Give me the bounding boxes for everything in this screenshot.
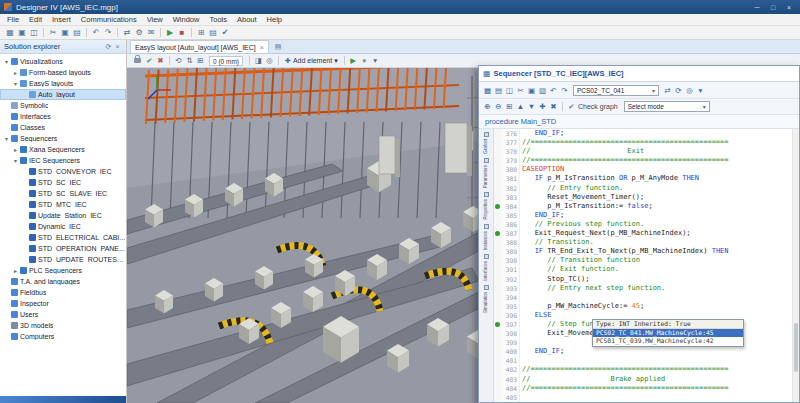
close-button[interactable]: × <box>782 2 796 13</box>
tree-item-std-conveyor-iec[interactable]: STD_CONVEYOR_IEC <box>0 166 126 177</box>
new-file-icon[interactable]: ▦ <box>4 26 16 39</box>
zoom-fit-icon[interactable]: ⊞ <box>504 100 515 113</box>
check-graph-icon[interactable]: ✔ <box>566 100 577 113</box>
snap-grid-icon[interactable]: ⊞ <box>195 54 206 67</box>
gutter-margin[interactable] <box>494 384 501 393</box>
gutter-margin[interactable] <box>494 320 501 329</box>
more-options-icon[interactable]: ▾ <box>695 84 706 97</box>
gutter-margin[interactable] <box>494 356 501 365</box>
link-icon[interactable]: ⇄ <box>662 84 673 97</box>
expander-icon[interactable]: ▸ <box>12 69 19 76</box>
message-icon[interactable]: ✉ <box>145 26 157 39</box>
gutter-margin[interactable] <box>494 229 501 238</box>
code-line-379[interactable]: 379//===================================… <box>494 156 799 165</box>
mode-select[interactable]: Select mode▾ <box>624 101 710 112</box>
code-line-376[interactable]: 376 END_IF; <box>494 129 799 138</box>
menu-item-window[interactable]: Window <box>173 15 200 24</box>
tree-item-std-mtc-iec[interactable]: STD_MTC_IEC <box>0 199 126 210</box>
gutter-margin[interactable] <box>494 165 501 174</box>
pan-view-icon[interactable]: ⇅ <box>184 54 195 67</box>
tree-item-interfaces[interactable]: Interfaces <box>0 111 126 122</box>
expander-icon[interactable] <box>21 202 28 208</box>
code-editor[interactable]: 376 END_IF;377//========================… <box>494 129 799 402</box>
tree-item-visualizations[interactable]: ▾Visualizations <box>0 56 126 67</box>
code-line-378[interactable]: 378// Exit <box>494 147 799 156</box>
expander-icon[interactable] <box>3 125 10 131</box>
paint-icon[interactable]: ◨ <box>253 54 264 67</box>
expander-icon[interactable] <box>21 169 28 175</box>
expander-icon[interactable]: ▸ <box>12 146 19 153</box>
expander-icon[interactable] <box>3 290 10 296</box>
expander-icon[interactable] <box>21 180 28 186</box>
code-line-390[interactable]: 390 // Transition function <box>494 256 799 265</box>
expander-icon[interactable]: ▾ <box>12 80 19 87</box>
gutter-margin[interactable] <box>494 220 501 229</box>
tree-item-users[interactable]: Users <box>0 309 126 320</box>
gutter-margin[interactable] <box>494 247 501 256</box>
check-icon[interactable]: ✔ <box>219 26 231 39</box>
tree-item-sequencers[interactable]: ▾Sequencers <box>0 133 126 144</box>
nav-down-icon[interactable]: ▼ <box>526 100 537 113</box>
tab-close-icon[interactable]: × <box>260 44 264 51</box>
add-step-icon[interactable]: ✚ <box>537 100 548 113</box>
code-line-377[interactable]: 377//===================================… <box>494 138 799 147</box>
code-line-386[interactable]: 386 // Previous step function. <box>494 220 799 229</box>
close-panel-icon[interactable]: × <box>113 40 122 53</box>
tree-item-3d-models[interactable]: 3D models <box>0 320 126 331</box>
expander-icon[interactable] <box>21 224 28 230</box>
lock-icon[interactable] <box>134 58 141 63</box>
code-line-403[interactable]: 403// Brake applied <box>494 375 799 384</box>
graph-view-icon[interactable]: ▦ <box>482 84 493 97</box>
menu-item-tools[interactable]: Tools <box>209 15 227 24</box>
communications-icon[interactable]: ⇄ <box>121 26 133 39</box>
tree-item-std-operation-pane[interactable]: STD_OPERATION_PANE... <box>0 243 126 254</box>
gutter-margin[interactable] <box>494 174 501 183</box>
rotate-view-icon[interactable]: ⟲ <box>173 54 184 67</box>
expander-icon[interactable] <box>3 334 10 340</box>
save-sequence-icon[interactable]: ◫ <box>504 84 515 97</box>
code-line-381[interactable]: 381 IF p_M_IsTransition OR p_M_AnyMode T… <box>494 174 799 183</box>
delete-step-icon[interactable]: ✖ <box>548 100 559 113</box>
tree-item-dynamic-iec[interactable]: Dynamic_IEC <box>0 221 126 232</box>
tree-item-t-a-and-languages[interactable]: T.A. and languages <box>0 276 126 287</box>
gutter-margin[interactable] <box>494 156 501 165</box>
maximize-button[interactable]: □ <box>766 2 780 13</box>
side-tab-grafcet[interactable]: Grafcet <box>484 132 489 154</box>
expander-icon[interactable]: ▸ <box>12 267 19 274</box>
expander-icon[interactable] <box>21 191 28 197</box>
code-line-385[interactable]: 385 END_IF; <box>494 211 799 220</box>
gutter-margin[interactable] <box>494 284 501 293</box>
expander-icon[interactable] <box>3 301 10 307</box>
save-icon[interactable]: ◫ <box>28 26 40 39</box>
code-line-400[interactable]: 400 END_IF; <box>494 347 799 356</box>
code-line-394[interactable]: 394 <box>494 293 799 302</box>
menu-item-about[interactable]: About <box>237 15 257 24</box>
view-options-icon[interactable]: ▾ <box>370 54 381 67</box>
tree-item-computers[interactable]: Computers <box>0 331 126 342</box>
code-scrollbar[interactable] <box>792 129 799 402</box>
expander-icon[interactable] <box>3 114 10 120</box>
gutter-margin[interactable] <box>494 293 501 302</box>
code-line-389[interactable]: 389 IF TR_End_Exit_To_Next(p_MB_MachineI… <box>494 247 799 256</box>
gutter-margin[interactable] <box>494 265 501 274</box>
refresh-icon[interactable]: ⟳ <box>673 84 684 97</box>
side-tab-simulation[interactable]: Simulation <box>484 285 489 313</box>
tree-item-auto-layout[interactable]: Auto_layout <box>0 89 126 100</box>
gutter-margin[interactable] <box>494 393 501 402</box>
tree-item-fieldbus[interactable]: Fieldbus <box>0 287 126 298</box>
redo-icon[interactable]: ↷ <box>102 26 114 39</box>
code-line-383[interactable]: 383 Reset_Movement_Timer(); <box>494 193 799 202</box>
expander-icon[interactable] <box>21 257 28 263</box>
code-line-401[interactable]: 401 <box>494 356 799 365</box>
refresh-panel-icon[interactable]: ⟳ <box>104 40 113 53</box>
gutter-margin[interactable] <box>494 302 501 311</box>
copy-icon[interactable]: ▣ <box>59 26 71 39</box>
sequencer-titlebar[interactable]: ▦ Sequencer [STD_TC_IEC][AWS_IEC] <box>479 66 799 82</box>
cut-icon[interactable]: ✂ <box>47 26 59 39</box>
expander-icon[interactable] <box>3 279 10 285</box>
gutter-margin[interactable] <box>494 275 501 284</box>
gutter-margin[interactable] <box>494 211 501 220</box>
discard-icon[interactable]: ✖ <box>155 54 166 67</box>
code-line-392[interactable]: 392 Stop_TC(); <box>494 275 799 284</box>
paste-icon[interactable]: ▤ <box>71 26 83 39</box>
